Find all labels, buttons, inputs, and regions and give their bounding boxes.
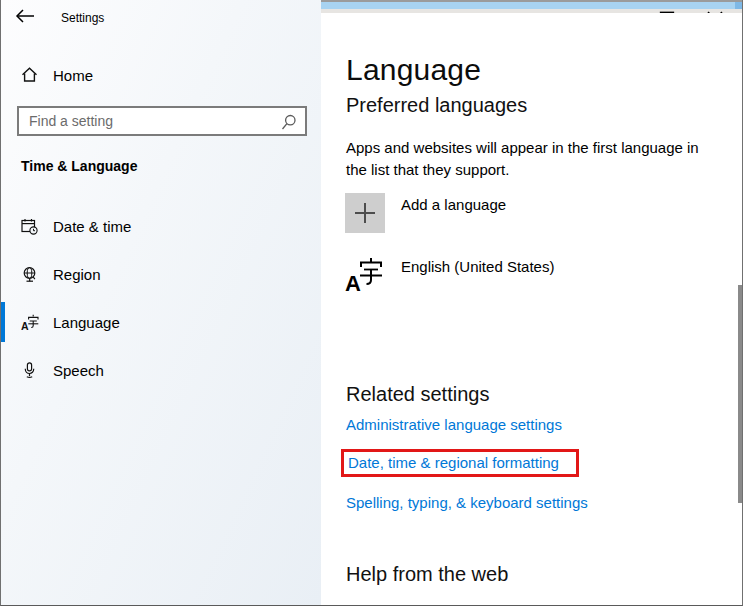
section-header: Time & Language [21,158,137,174]
sidebar-item-language[interactable]: A Language [1,302,321,342]
preferred-languages-description: Apps and websites will appear in the fir… [346,137,718,181]
main-content: Language Preferred languages Apps and we… [321,13,742,605]
app-title: Settings [61,11,104,25]
language-characters-icon: A [345,249,385,295]
link-date-time-regional-formatting[interactable]: Date, time & regional formatting [348,454,559,471]
sidebar-item-label: Speech [53,362,104,379]
back-arrow-icon [14,7,36,25]
back-button[interactable] [14,7,40,27]
search-icon[interactable] [281,114,297,131]
sidebar-item-date-time[interactable]: Date & time [1,206,321,246]
sidebar-item-region[interactable]: Region [1,254,321,294]
sidebar-item-home[interactable]: Home [1,60,321,90]
red-highlight-box: Date, time & regional formatting [341,449,579,477]
help-from-web-heading: Help from the web [346,563,508,586]
vertical-scrollbar-thumb[interactable] [738,285,742,503]
globe-icon [21,266,38,283]
language-icon: A [21,314,40,331]
settings-window: Settings Home Time & Language [0,0,743,606]
home-icon [21,66,38,83]
calendar-clock-icon [21,218,38,235]
sidebar-item-label: Language [53,314,120,331]
titlebar: Settings [1,0,321,34]
selected-accent-bar [1,302,5,342]
microphone-icon [21,362,38,379]
link-spelling-typing-keyboard-settings[interactable]: Spelling, typing, & keyboard settings [346,494,588,511]
page-title: Language [346,53,481,87]
language-name: English (United States) [401,258,554,275]
add-language-button[interactable]: Add a language [345,193,645,233]
sidebar-nav: Date & time Region A [1,206,321,390]
svg-text:A: A [345,271,361,295]
link-administrative-language-settings[interactable]: Administrative language settings [346,416,562,433]
sidebar-item-label: Date & time [53,218,131,235]
sidebar-item-speech[interactable]: Speech [1,350,321,390]
search-box [17,106,307,136]
sidebar-item-label: Home [53,67,93,84]
preferred-languages-heading: Preferred languages [346,94,527,117]
search-input[interactable] [19,108,305,134]
sidebar: Settings Home Time & Language [1,0,321,605]
language-list-item[interactable]: A English (United States) [345,247,685,295]
related-settings-heading: Related settings [346,383,489,406]
add-language-label: Add a language [401,196,506,213]
add-language-square [345,193,385,233]
plus-icon [355,203,375,223]
sidebar-item-label: Region [53,266,101,283]
svg-text:A: A [21,320,29,332]
